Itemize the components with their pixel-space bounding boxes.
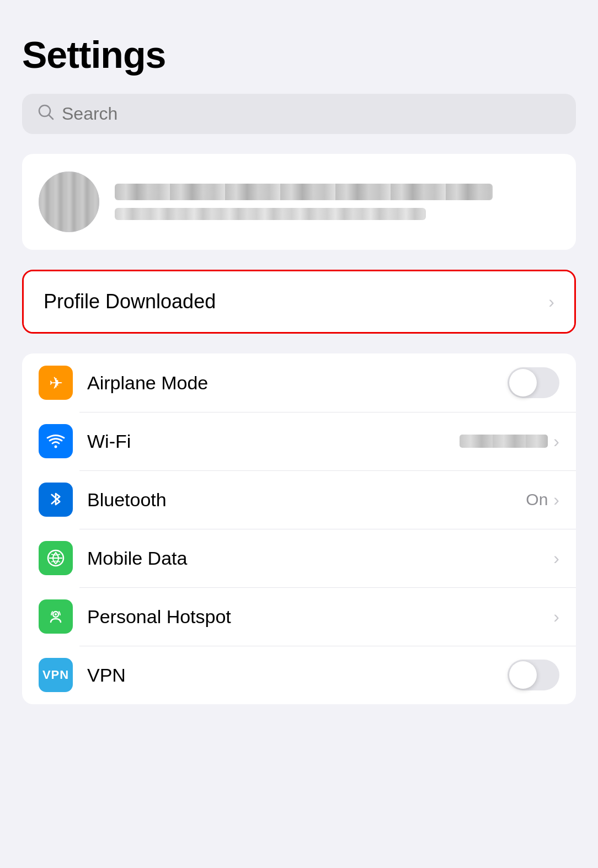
settings-row-mobile-data[interactable]: Mobile Data › [22,529,576,587]
search-input[interactable] [62,104,560,124]
bluetooth-label: Bluetooth [87,489,526,511]
profile-downloaded-wrapper: Profile Downloaded › [22,270,576,334]
svg-point-0 [39,105,50,116]
svg-line-1 [49,115,53,119]
settings-row-vpn[interactable]: VPN VPN [22,646,576,704]
profile-info [115,184,559,220]
chevron-right-icon: › [548,292,554,312]
mobile-data-icon [39,541,73,575]
svg-point-6 [55,613,57,615]
airplane-mode-toggle[interactable] [508,367,559,398]
vpn-toggle[interactable] [508,660,559,690]
wifi-icon [39,424,73,458]
personal-hotspot-chevron-icon: › [553,607,559,627]
vpn-icon: VPN [39,658,73,692]
bluetooth-value: On [526,490,548,509]
vpn-toggle-knob [509,661,537,689]
wifi-value-blurred [460,435,548,448]
airplane-mode-label: Airplane Mode [87,372,508,394]
personal-hotspot-icon [39,599,73,634]
settings-group-connectivity: ✈ Airplane Mode Wi-Fi › Bluetooth On [22,353,576,704]
profile-downloaded-row[interactable]: Profile Downloaded › [24,271,574,332]
profile-downloaded-label: Profile Downloaded [44,290,216,313]
settings-row-bluetooth[interactable]: Bluetooth On › [22,470,576,529]
search-bar[interactable] [22,94,576,134]
bluetooth-icon [39,483,73,517]
airplane-mode-icon: ✈ [39,366,73,400]
profile-card[interactable] [22,154,576,250]
vpn-label: VPN [87,665,508,686]
mobile-data-label: Mobile Data [87,548,553,569]
vpn-icon-text: VPN [42,668,69,682]
search-icon [38,104,54,124]
toggle-knob [509,369,537,397]
mobile-data-chevron-icon: › [553,548,559,569]
profile-subtitle [115,208,426,220]
settings-row-personal-hotspot[interactable]: Personal Hotspot › [22,587,576,646]
page-title: Settings [22,33,576,76]
avatar [39,172,99,232]
personal-hotspot-label: Personal Hotspot [87,606,553,628]
wifi-label: Wi-Fi [87,431,460,452]
settings-row-wifi[interactable]: Wi-Fi › [22,412,576,470]
svg-point-2 [55,446,57,448]
wifi-chevron-icon: › [553,431,559,452]
profile-name [115,184,493,200]
settings-row-airplane-mode[interactable]: ✈ Airplane Mode [22,353,576,412]
bluetooth-chevron-icon: › [553,490,559,510]
